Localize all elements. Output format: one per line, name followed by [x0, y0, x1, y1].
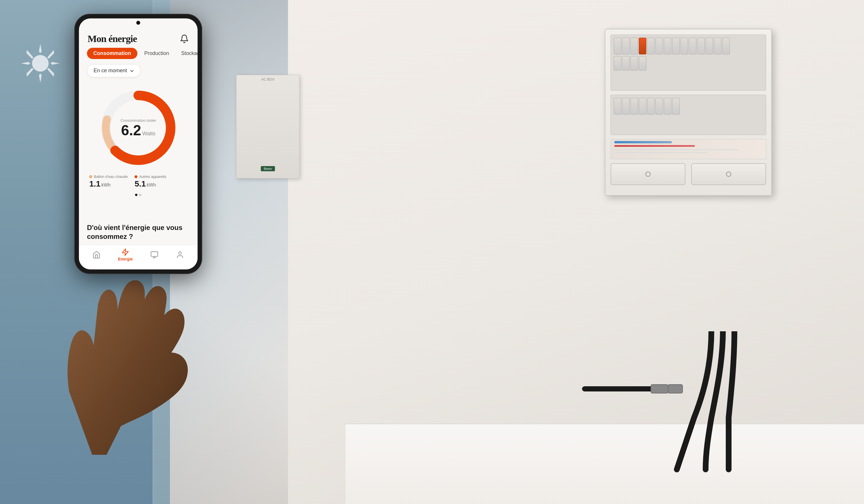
breaker	[664, 98, 671, 114]
breaker	[631, 38, 638, 54]
stat-autres: Autres appareils 5.1 kWh	[134, 174, 166, 188]
svg-marker-4	[50, 62, 60, 65]
panel-button-right	[691, 163, 766, 185]
pag-dot-active	[135, 194, 137, 196]
sun-icon	[17, 40, 63, 86]
person-icon	[176, 251, 184, 259]
beam-label: Beam	[261, 166, 275, 171]
svg-rect-9	[651, 384, 668, 393]
breaker	[722, 38, 730, 54]
svg-marker-1	[39, 44, 42, 53]
nav-energie[interactable]: Energie	[118, 248, 133, 261]
pagination-dots	[135, 192, 141, 199]
bell-icon[interactable]	[180, 34, 189, 44]
breaker	[647, 98, 655, 114]
phone-screen: Mon énergie Consommation Production Stoc…	[79, 19, 197, 269]
breaker	[672, 38, 680, 54]
breaker	[664, 38, 671, 54]
stat-dot-ballon	[89, 175, 92, 178]
breaker-small	[639, 56, 646, 71]
breaker	[681, 38, 688, 54]
svg-rect-10	[668, 384, 683, 393]
breaker	[631, 98, 638, 114]
breaker	[672, 98, 680, 114]
tab-consommation[interactable]: Consommation	[87, 48, 137, 59]
breaker	[697, 38, 705, 54]
breaker	[622, 98, 629, 114]
breaker	[656, 98, 663, 114]
svg-marker-7	[47, 68, 54, 76]
button-dot	[645, 172, 651, 177]
breaker	[647, 38, 655, 54]
tab-production[interactable]: Production	[139, 48, 174, 59]
svg-marker-6	[26, 50, 33, 59]
donut-center: Consommation totale 6.2 Watts	[121, 118, 156, 138]
cables	[527, 331, 786, 475]
breakers-top	[611, 35, 766, 91]
tab-navigation: Consommation Production Stockage	[79, 48, 197, 59]
breaker	[639, 98, 646, 114]
lightning-icon	[121, 248, 129, 256]
nav-profile[interactable]	[176, 251, 184, 259]
donut-chart: Consommation totale 6.2 Watts	[95, 85, 181, 171]
breaker	[656, 38, 663, 54]
breaker	[689, 38, 696, 54]
breaker	[622, 38, 629, 54]
breaker-small	[631, 56, 638, 71]
stat-dot-autres	[134, 175, 137, 178]
label-strip	[611, 139, 766, 159]
svg-point-0	[32, 55, 49, 72]
nav-devices[interactable]	[150, 251, 158, 259]
chart-area: Consommation totale 6.2 Watts Ballon d'e…	[79, 82, 197, 220]
svg-marker-8	[26, 68, 33, 76]
breaker-small	[622, 56, 629, 71]
svg-marker-14	[122, 249, 129, 255]
button-dot	[726, 172, 731, 177]
svg-rect-15	[151, 252, 158, 257]
breaker	[614, 38, 621, 54]
phone-frame: Mon énergie Consommation Production Stoc…	[75, 14, 202, 273]
electrical-panel	[605, 29, 772, 196]
nav-home[interactable]	[93, 251, 100, 259]
bottom-question: D'où vient l'énergie que vous consommez …	[87, 223, 190, 241]
svg-marker-3	[21, 62, 30, 65]
svg-point-16	[179, 252, 181, 255]
bottom-question-area: D'où vient l'énergie que vous consommez …	[79, 220, 197, 245]
stat-ballon: Ballon d'eau chaude 1.1 kWh	[89, 174, 128, 188]
stats-section: Ballon d'eau chaude 1.1 kWh Autres appar…	[85, 174, 192, 192]
ac-box-label: AC BOX	[261, 77, 274, 82]
phone-wrapper: Mon énergie Consommation Production Stoc…	[75, 14, 202, 273]
breaker	[614, 98, 621, 114]
breakers-mid	[611, 95, 766, 135]
tab-stockage[interactable]: Stockage	[176, 48, 197, 59]
ac-box: AC BOX Beam	[236, 75, 300, 179]
time-dropdown[interactable]: En ce moment	[87, 64, 141, 77]
home-icon	[93, 251, 100, 259]
panel-button-left	[611, 163, 685, 185]
breaker	[706, 38, 713, 54]
breaker-orange	[639, 38, 646, 54]
bottom-nav: Energie	[79, 245, 197, 269]
breaker-small	[614, 56, 621, 71]
devices-icon	[150, 251, 158, 259]
breaker	[714, 38, 721, 54]
phone-camera	[136, 21, 140, 25]
app-title: Mon énergie	[87, 33, 137, 44]
chevron-down-icon	[130, 69, 134, 73]
panel-buttons	[611, 163, 766, 185]
svg-marker-5	[47, 50, 54, 59]
dropdown-area: En ce moment	[79, 64, 197, 77]
svg-marker-2	[39, 73, 42, 83]
pag-dot-inactive	[139, 194, 141, 196]
